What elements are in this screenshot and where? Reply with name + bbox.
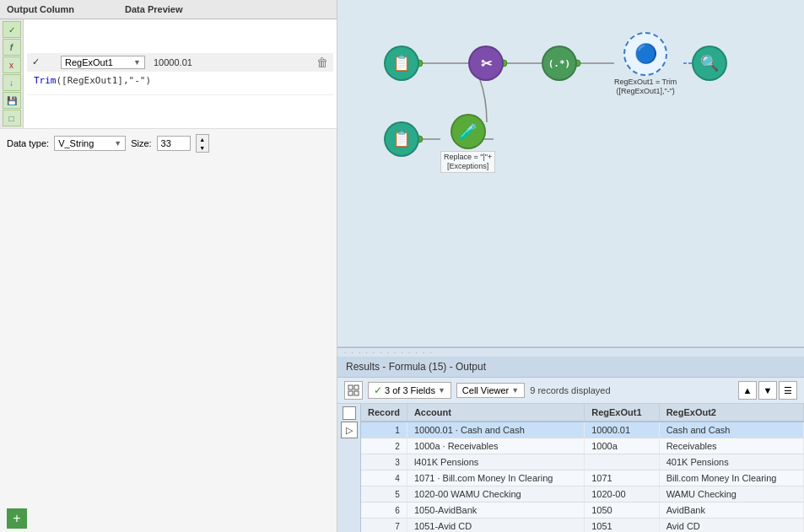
col-header-account: Account bbox=[407, 404, 584, 422]
row-regexout1: 10000.01 bbox=[585, 422, 659, 438]
size-input[interactable] bbox=[157, 136, 191, 151]
node-input1[interactable]: 📋 bbox=[384, 46, 419, 81]
results-table: Record Account RegExOut1 RegExOut2 1 100… bbox=[361, 404, 804, 532]
row-regexout2: Receivables bbox=[659, 438, 803, 454]
cell-viewer-chevron: ▼ bbox=[511, 386, 519, 395]
cell-viewer-label: Cell Viewer bbox=[462, 385, 509, 395]
grip-area: · · · · · · · · · · · · · bbox=[337, 348, 804, 357]
x-icon: x bbox=[3, 56, 21, 73]
row-regexout2: Avid CD bbox=[659, 519, 803, 533]
svg-rect-14 bbox=[348, 391, 353, 395]
table-wrap: ▷ Record Account RegExOut1 RegExOut2 1 bbox=[337, 404, 804, 532]
size-label: Size: bbox=[131, 138, 151, 148]
fields-label: 3 of 3 Fields bbox=[385, 385, 435, 395]
table-row: 4 1071 · Bill.com Money In Clearing 1071… bbox=[361, 470, 804, 486]
wildcard-icon: (.*) bbox=[542, 46, 577, 81]
datatype-select[interactable]: V_String ▼ bbox=[54, 136, 126, 151]
grip-dots: · · · · · · · · · · · · · bbox=[344, 349, 434, 357]
sort-up-btn[interactable]: ▲ bbox=[738, 381, 757, 400]
canvas-area: 📋 ✂ (.*) 🔵 RegExOut1 = Trim([RegExOut1],… bbox=[337, 0, 804, 532]
input1-icon: 📋 bbox=[384, 46, 419, 81]
formula-spacer bbox=[0, 158, 337, 505]
formula-node-label: RegExOut1 = Trim([RegExOut1],"-") bbox=[614, 78, 677, 96]
data-preview-header: Data Preview bbox=[118, 3, 337, 16]
row-regexout2: Bill.com Money In Clearing bbox=[659, 470, 803, 486]
input2-icon: 📋 bbox=[384, 121, 419, 157]
output-col-value: RegExOut1 bbox=[65, 57, 113, 67]
preview-value: 10000.01 bbox=[154, 57, 192, 67]
row-account: 10000.01 · Cash and Cash bbox=[407, 422, 584, 438]
side-icons: ✓ f x ↓ 💾 □ bbox=[0, 19, 24, 128]
row-account: 1000a · Receivables bbox=[407, 438, 584, 454]
node-input2[interactable]: 📋 bbox=[384, 121, 419, 157]
cell-viewer-btn[interactable]: Cell Viewer ▼ bbox=[456, 383, 525, 398]
row-account: l401K Pensions bbox=[407, 454, 584, 470]
fields-dropdown-btn[interactable]: ✓ 3 of 3 Fields ▼ bbox=[368, 382, 451, 399]
row-regexout1: 1000a bbox=[585, 438, 659, 454]
dropdown-chevron: ▼ bbox=[133, 58, 141, 67]
formula-editor-panel: Output Column Data Preview ✓ f x ↓ 💾 □ ✓… bbox=[0, 0, 337, 532]
row-num: 1 bbox=[361, 422, 407, 438]
grid-icon bbox=[348, 384, 359, 396]
col-header-record: Record bbox=[361, 404, 407, 422]
row-regexout2: AvidBank bbox=[659, 502, 803, 519]
down-icon: ↓ bbox=[3, 74, 21, 91]
fields-chevron: ▼ bbox=[438, 386, 445, 395]
workflow-canvas: 📋 ✂ (.*) 🔵 RegExOut1 = Trim([RegExOut1],… bbox=[337, 0, 804, 347]
formula-text[interactable]: Trim([RegExOut1],"-") bbox=[27, 72, 333, 95]
node-regex[interactable]: ✂ bbox=[468, 46, 504, 81]
datatype-value: V_String bbox=[58, 138, 94, 148]
sort-options-btn[interactable]: ☰ bbox=[779, 381, 797, 400]
fields-check-icon: ✓ bbox=[374, 384, 382, 396]
grid-layout-btn[interactable] bbox=[344, 381, 363, 400]
svg-rect-15 bbox=[354, 391, 359, 395]
formula-row: ✓ f x ↓ 💾 □ ✓ RegExOut1 ▼ 10000.01 🗑 Tri… bbox=[0, 19, 337, 129]
datatype-label: Data type: bbox=[7, 138, 49, 148]
spin-up[interactable]: ▲ bbox=[197, 135, 208, 143]
node-browse[interactable]: 🔍 bbox=[692, 46, 727, 81]
table-row: 5 1020-00 WAMU Checking 1020-00 WAMU Che… bbox=[361, 486, 804, 502]
table-row: 1 10000.01 · Cash and Cash 10000.01 Cash… bbox=[361, 422, 804, 438]
size-spinner[interactable]: ▲ ▼ bbox=[196, 134, 209, 153]
row-regexout1: 1071 bbox=[585, 470, 659, 486]
row-regexout1 bbox=[585, 454, 659, 470]
row-regexout1: 1050 bbox=[585, 502, 659, 519]
checkmark-label: ✓ bbox=[32, 56, 57, 67]
fx-icon[interactable]: f bbox=[3, 39, 21, 56]
browse-icon: 🔍 bbox=[692, 46, 727, 81]
output-col-select[interactable]: RegExOut1 ▼ bbox=[61, 56, 145, 69]
add-formula-button[interactable]: + bbox=[7, 508, 27, 529]
col-header-regexout1: RegExOut1 bbox=[585, 404, 659, 422]
node-formula2[interactable]: 🧪 Replace = "|"+[Exceptions] bbox=[440, 114, 495, 173]
formula-args: ([RegExOut1],"-") bbox=[57, 75, 152, 86]
table-left-col: ▷ bbox=[337, 404, 361, 532]
formula2-icon: 🧪 bbox=[451, 114, 486, 149]
checkmark-icon: ✓ bbox=[3, 21, 21, 38]
formula-func: Trim bbox=[34, 75, 57, 86]
delete-icon[interactable]: 🗑 bbox=[316, 56, 328, 69]
spin-down[interactable]: ▼ bbox=[197, 143, 208, 152]
row-account: 1050-AvidBank bbox=[407, 502, 584, 519]
output-col-row: ✓ RegExOut1 ▼ 10000.01 🗑 bbox=[27, 53, 333, 72]
row-num: 2 bbox=[361, 438, 407, 454]
table-row: 2 1000a · Receivables 1000a Receivables bbox=[361, 438, 804, 454]
select-all-checkbox[interactable] bbox=[343, 406, 356, 420]
table-row: 3 l401K Pensions 401K Pensions bbox=[361, 454, 804, 470]
results-panel: · · · · · · · · · · · · · Results - Form… bbox=[337, 347, 804, 532]
column-headers: Output Column Data Preview bbox=[0, 0, 337, 19]
regex-icon: ✂ bbox=[468, 46, 504, 81]
row-regexout1: 1020-00 bbox=[585, 486, 659, 502]
row-num: 7 bbox=[361, 519, 407, 533]
row-regexout2: WAMU Checking bbox=[659, 486, 803, 502]
data-table-container[interactable]: Record Account RegExOut1 RegExOut2 1 100… bbox=[361, 404, 804, 532]
node-wildcard[interactable]: (.*) bbox=[542, 46, 577, 81]
sort-down-btn[interactable]: ▼ bbox=[758, 381, 777, 400]
table-row: 6 1050-AvidBank 1050 AvidBank bbox=[361, 502, 804, 519]
node-formula-selected[interactable]: 🔵 RegExOut1 = Trim([RegExOut1],"-") bbox=[614, 32, 677, 96]
row-account: 1020-00 WAMU Checking bbox=[407, 486, 584, 502]
row-account: 1051-Avid CD bbox=[407, 519, 584, 533]
row-arrow-btn[interactable]: ▷ bbox=[341, 422, 358, 438]
row-regexout2: Cash and Cash bbox=[659, 422, 803, 438]
datatype-chevron: ▼ bbox=[114, 139, 121, 148]
records-count: 9 records displayed bbox=[530, 385, 610, 395]
